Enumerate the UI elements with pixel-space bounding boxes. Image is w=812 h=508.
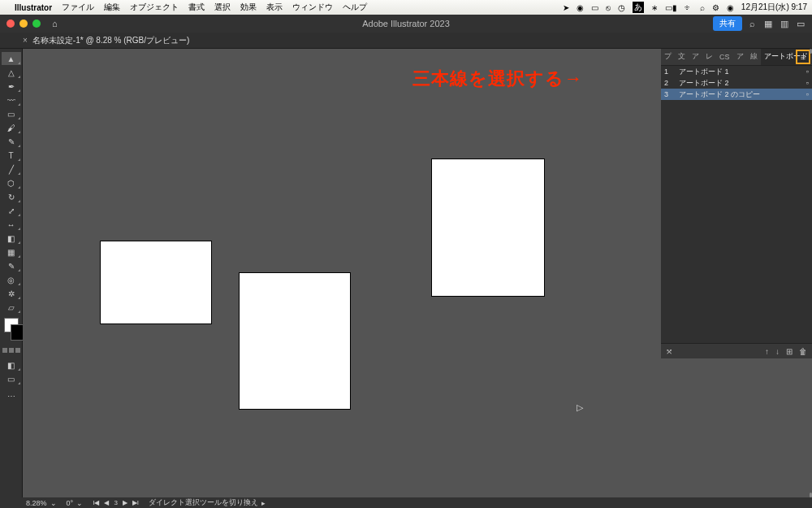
- status-hint-text: ダイレクト選択ツールを切り換え: [149, 497, 258, 508]
- close-tab-icon[interactable]: ×: [23, 36, 28, 45]
- panel-tab-3[interactable]: レ: [702, 49, 716, 65]
- menu-effect[interactable]: 効果: [240, 2, 257, 13]
- battery-icon[interactable]: ▭▮: [665, 3, 677, 12]
- menu-view[interactable]: 表示: [266, 2, 283, 13]
- chevron-down-icon: ⌄: [76, 499, 83, 507]
- wifi-icon[interactable]: ᯤ: [685, 3, 693, 12]
- paintbrush-tool[interactable]: 🖌: [2, 121, 21, 134]
- blend-tool[interactable]: ◎: [2, 273, 21, 286]
- panel-tab-6[interactable]: 線: [747, 49, 761, 65]
- menu-select[interactable]: 選択: [214, 2, 231, 13]
- share-button[interactable]: 共有: [713, 16, 742, 31]
- panel-tab-4[interactable]: CS: [716, 49, 733, 65]
- menu-window[interactable]: ウィンドウ: [292, 2, 333, 13]
- line-app-icon[interactable]: ◉: [577, 3, 584, 12]
- artboard-options-icon[interactable]: ▫: [806, 90, 809, 98]
- type-tool[interactable]: T: [2, 149, 21, 162]
- artboard-1[interactable]: [100, 241, 212, 324]
- clock-icon[interactable]: ◷: [618, 3, 625, 12]
- artboard-current: 3: [114, 499, 117, 506]
- panel-menu-icon[interactable]: ≡: [796, 50, 810, 64]
- artboard-list: 1 アートボード 1 ▫ 2 アートボード 2 ▫ 3 アートボード 2 のコピ…: [661, 66, 812, 100]
- artboard-number: 3: [664, 90, 672, 98]
- first-icon[interactable]: I◀: [93, 499, 99, 506]
- prev-icon[interactable]: ◀: [104, 499, 109, 506]
- artboard-3[interactable]: [431, 158, 545, 297]
- scale-tool[interactable]: ⤢: [2, 204, 21, 217]
- edit-toolbar-button[interactable]: ⋯: [2, 389, 21, 402]
- macos-menubar: Illustrator ファイル 編集 オブジェクト 書式 選択 効果 表示 ウ…: [0, 0, 812, 15]
- gradient-tool[interactable]: ▦: [2, 245, 21, 258]
- panel-toggle-icon[interactable]: ▭: [794, 19, 807, 29]
- color-mode-row[interactable]: [2, 348, 21, 353]
- eraser-tool[interactable]: ◧: [2, 232, 21, 245]
- airplay-icon[interactable]: ▭: [591, 3, 598, 12]
- arrange-icon[interactable]: ▦: [762, 19, 775, 29]
- next-icon[interactable]: ▶: [123, 499, 127, 506]
- rotate-control[interactable]: 0° ⌄: [67, 499, 84, 507]
- ime-icon[interactable]: あ: [633, 2, 644, 13]
- eyedropper-tool[interactable]: ✎: [2, 259, 21, 272]
- home-icon[interactable]: ⌂: [52, 19, 58, 28]
- spotlight-icon[interactable]: ⌕: [700, 3, 705, 12]
- rotate-tool[interactable]: ↻: [2, 190, 21, 203]
- menu-edit[interactable]: 編集: [104, 2, 120, 13]
- curvature-tool[interactable]: 〰: [2, 93, 21, 106]
- app-name[interactable]: Illustrator: [15, 3, 52, 12]
- menu-file[interactable]: ファイル: [62, 2, 94, 13]
- document-tab[interactable]: × 名称未設定-1* @ 8.28 % (RGB/プレビュー): [23, 35, 189, 46]
- artboard-2[interactable]: [239, 272, 351, 410]
- move-down-icon[interactable]: ↓: [775, 347, 780, 356]
- width-tool[interactable]: ↔: [2, 218, 21, 231]
- last-icon[interactable]: ▶I: [132, 499, 139, 506]
- window-controls: [6, 20, 41, 28]
- location-icon[interactable]: ➤: [563, 3, 569, 12]
- fill-stroke-swatch[interactable]: [4, 318, 19, 332]
- zoom-window-button[interactable]: [32, 20, 41, 28]
- bluetooth-icon[interactable]: ∗: [651, 3, 658, 12]
- pen-tool[interactable]: ✒: [2, 80, 21, 93]
- artboard-nav[interactable]: I◀ ◀ 3 ▶ ▶I: [93, 499, 139, 506]
- panel-tab-1[interactable]: 文: [675, 49, 689, 65]
- rotate-value: 0°: [67, 499, 74, 507]
- panel-tab-0[interactable]: プ: [661, 49, 675, 65]
- siri-icon[interactable]: ◉: [727, 3, 734, 12]
- menu-object[interactable]: オブジェクト: [130, 2, 179, 13]
- menu-help[interactable]: ヘルプ: [343, 2, 367, 13]
- zoom-control[interactable]: 8.28% ⌄: [26, 499, 57, 507]
- tray-icon[interactable]: ⎋: [606, 3, 611, 12]
- artboard-tool[interactable]: ▱: [2, 301, 21, 314]
- menu-type[interactable]: 書式: [188, 2, 205, 13]
- shape-builder-tool[interactable]: ⬡: [2, 176, 21, 189]
- panel-tab-5[interactable]: ア: [733, 49, 747, 65]
- rectangle-tool[interactable]: ▭: [2, 107, 21, 120]
- artboard-options-icon[interactable]: ▫: [806, 79, 809, 87]
- new-artboard-icon[interactable]: ⊞: [786, 347, 793, 356]
- delete-artboard-icon[interactable]: 🗑: [799, 347, 807, 356]
- line-tool[interactable]: ╱: [2, 163, 21, 176]
- control-center-icon[interactable]: ⚙: [712, 3, 719, 12]
- direct-selection-tool[interactable]: △: [2, 66, 21, 79]
- symbol-sprayer-tool[interactable]: ✲: [2, 287, 21, 300]
- document-tab-row: × 名称未設定-1* @ 8.28 % (RGB/プレビュー): [0, 33, 812, 49]
- move-up-icon[interactable]: ↑: [765, 347, 769, 356]
- artboard-number: 2: [664, 79, 672, 87]
- canvas[interactable]: 三本線を選択する→ ▷ × « プ 文 ア レ CS ア 線 アートボード ≡ …: [23, 49, 812, 497]
- pencil-tool[interactable]: ✎: [2, 135, 21, 148]
- draw-mode-tool[interactable]: ◧: [2, 358, 21, 371]
- rearrange-artboards-icon[interactable]: ⤧: [666, 347, 672, 356]
- menubar-clock[interactable]: 12月21日(水) 9:17: [741, 2, 807, 13]
- selection-tool[interactable]: ▲: [2, 52, 21, 65]
- app-titlebar: ⌂ Adobe Illustrator 2023 共有 ⌕ ▦ ▥ ▭: [0, 15, 812, 33]
- screen-mode-tool[interactable]: ▭: [2, 372, 21, 385]
- close-window-button[interactable]: [6, 20, 15, 28]
- panel-tab-2[interactable]: ア: [689, 49, 702, 65]
- artboard-row[interactable]: 2 アートボード 2 ▫: [661, 77, 812, 89]
- artboard-row[interactable]: 1 アートボード 1 ▫: [661, 66, 812, 77]
- artboard-options-icon[interactable]: ▫: [806, 67, 809, 76]
- search-icon[interactable]: ⌕: [745, 19, 758, 28]
- artboard-row[interactable]: 3 アートボード 2 のコピー ▫: [661, 89, 812, 100]
- status-hint: ダイレクト選択ツールを切り換え ▸: [149, 497, 266, 508]
- minimize-window-button[interactable]: [19, 20, 28, 28]
- workspace-icon[interactable]: ▥: [778, 19, 791, 29]
